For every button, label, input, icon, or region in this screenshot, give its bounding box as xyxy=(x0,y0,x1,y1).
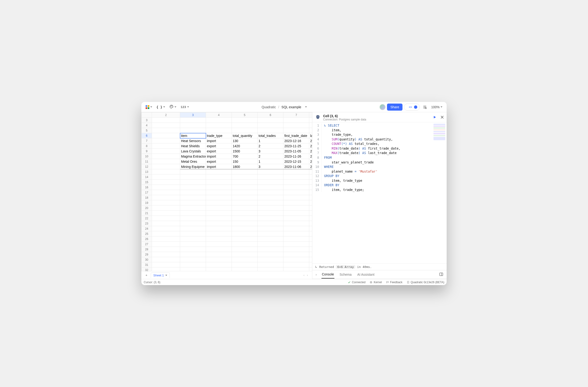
cell[interactable] xyxy=(232,231,258,236)
cell[interactable]: 1 xyxy=(258,138,283,144)
zoom-menu[interactable]: 100% xyxy=(430,104,444,110)
cell[interactable] xyxy=(232,123,258,128)
cell[interactable] xyxy=(152,216,180,221)
cell[interactable] xyxy=(258,262,283,267)
cell[interactable] xyxy=(309,205,312,211)
file-name[interactable]: SQL example xyxy=(282,105,301,109)
cell[interactable] xyxy=(258,216,283,221)
cell[interactable] xyxy=(283,216,309,221)
cell[interactable] xyxy=(309,267,312,271)
cell[interactable] xyxy=(180,216,206,221)
cell[interactable] xyxy=(232,118,258,123)
cell[interactable] xyxy=(206,231,232,236)
cell[interactable] xyxy=(283,128,309,133)
cell[interactable]: 2023-12-16 xyxy=(309,138,312,144)
row-header[interactable]: 9 xyxy=(142,149,152,154)
row-header[interactable]: 6 xyxy=(142,133,152,138)
cell[interactable]: Mining Equipme xyxy=(180,164,206,169)
cell[interactable] xyxy=(258,221,283,226)
row-header[interactable]: 10 xyxy=(142,154,152,159)
row-header[interactable]: 7 xyxy=(142,138,152,144)
cell[interactable] xyxy=(180,123,206,128)
cell[interactable]: 2 xyxy=(258,154,283,159)
file-menu[interactable] xyxy=(304,104,308,110)
cell[interactable] xyxy=(152,190,180,195)
cell[interactable] xyxy=(283,221,309,226)
cell[interactable] xyxy=(283,267,309,271)
cell[interactable] xyxy=(309,262,312,267)
cell[interactable] xyxy=(232,247,258,252)
row-header[interactable]: 29 xyxy=(142,252,152,257)
cell[interactable] xyxy=(152,257,180,262)
cell[interactable]: import xyxy=(206,164,232,169)
cell[interactable] xyxy=(152,180,180,185)
cell[interactable]: Metal Ores xyxy=(180,159,206,164)
row-header[interactable]: 16 xyxy=(142,185,152,190)
cell[interactable] xyxy=(309,242,312,247)
cell[interactable] xyxy=(232,200,258,205)
cell[interactable] xyxy=(309,236,312,242)
cell[interactable] xyxy=(180,128,206,133)
cell[interactable] xyxy=(232,221,258,226)
row-header[interactable]: 30 xyxy=(142,257,152,262)
sheet-prev-button[interactable]: ‹ xyxy=(303,273,304,277)
status-connected[interactable]: Connected xyxy=(348,281,365,284)
cell[interactable] xyxy=(152,128,180,133)
cell[interactable] xyxy=(309,195,312,200)
cell[interactable]: 2023-12-16 xyxy=(283,138,309,144)
cell[interactable] xyxy=(309,169,312,174)
row-header[interactable]: 27 xyxy=(142,242,152,247)
cell[interactable] xyxy=(258,169,283,174)
cell[interactable] xyxy=(283,242,309,247)
cell[interactable]: 2 xyxy=(258,144,283,149)
cell[interactable]: 2023-11-26 xyxy=(283,154,309,159)
cell[interactable]: import xyxy=(206,138,232,144)
col-header[interactable]: 8 xyxy=(309,112,312,118)
cell[interactable]: last_trade_date xyxy=(309,133,312,138)
cell[interactable]: 1 xyxy=(258,159,283,164)
row-header[interactable]: 12 xyxy=(142,164,152,169)
avatar[interactable] xyxy=(379,104,386,110)
cell[interactable]: export xyxy=(206,149,232,154)
cell[interactable] xyxy=(206,247,232,252)
row-header[interactable]: 23 xyxy=(142,221,152,226)
cell[interactable]: 150 xyxy=(232,159,258,164)
cell[interactable] xyxy=(258,236,283,242)
status-kernel[interactable]: Kernel xyxy=(370,281,382,284)
cell[interactable] xyxy=(206,242,232,247)
cell[interactable] xyxy=(152,211,180,216)
cell[interactable] xyxy=(283,211,309,216)
row-header[interactable]: 4 xyxy=(142,123,152,128)
cell[interactable] xyxy=(258,190,283,195)
cell[interactable]: export xyxy=(206,144,232,149)
cell[interactable]: 1500 xyxy=(232,149,258,154)
cell[interactable] xyxy=(180,169,206,174)
cell[interactable] xyxy=(152,133,180,138)
tab-console[interactable]: Console xyxy=(321,271,334,279)
cell[interactable] xyxy=(258,195,283,200)
cell[interactable] xyxy=(309,185,312,190)
row-header[interactable]: 26 xyxy=(142,236,152,242)
cell[interactable] xyxy=(309,190,312,195)
cell[interactable] xyxy=(283,180,309,185)
cell[interactable] xyxy=(206,226,232,231)
code-cell-toggle[interactable]: <> xyxy=(404,104,420,111)
code-format-menu[interactable]: { } xyxy=(155,104,167,110)
cell[interactable]: 2024-02-14 xyxy=(309,154,312,159)
cell[interactable] xyxy=(206,262,232,267)
panel-collapse-button[interactable]: › xyxy=(315,273,317,276)
row-header[interactable]: 17 xyxy=(142,190,152,195)
row-header[interactable]: 21 xyxy=(142,211,152,216)
row-header[interactable]: 24 xyxy=(142,226,152,231)
cell[interactable] xyxy=(232,236,258,242)
cell[interactable] xyxy=(232,169,258,174)
cell[interactable] xyxy=(309,118,312,123)
cell[interactable] xyxy=(152,267,180,271)
cell[interactable] xyxy=(258,211,283,216)
cell[interactable]: 2024-01-24 xyxy=(309,149,312,154)
cell[interactable] xyxy=(152,262,180,267)
close-button[interactable] xyxy=(440,115,444,120)
cell[interactable] xyxy=(152,226,180,231)
cell[interactable] xyxy=(309,231,312,236)
cell[interactable] xyxy=(258,205,283,211)
